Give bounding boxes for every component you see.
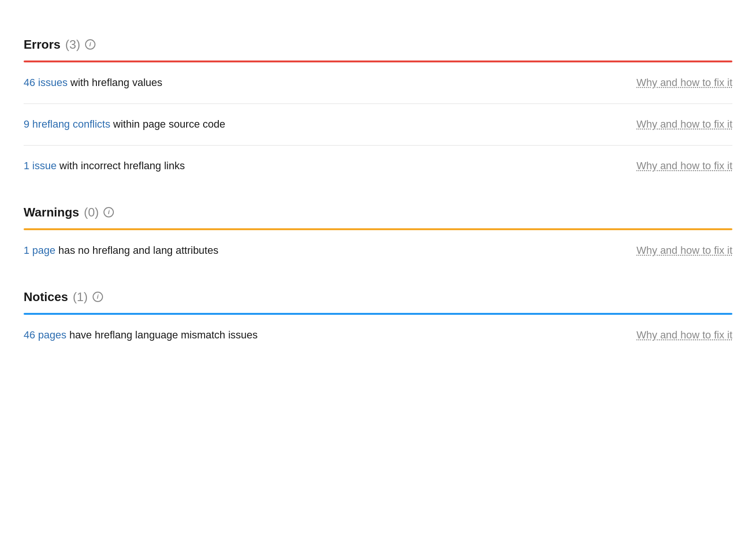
notices-list: 46 pages have hreflang language mismatch…: [24, 315, 732, 356]
errors-section-header: Errors (3) i: [24, 36, 732, 53]
errors-info-icon[interactable]: i: [85, 39, 95, 50]
table-row: 1 page has no hreflang and lang attribut…: [24, 230, 732, 271]
error-3-fix-link[interactable]: Why and how to fix it: [636, 159, 732, 173]
notices-info-icon[interactable]: i: [93, 292, 103, 302]
warning-1-fix-link[interactable]: Why and how to fix it: [636, 243, 732, 258]
notices-title: Notices: [24, 288, 68, 305]
table-row: 1 issue with incorrect hreflang links Wh…: [24, 146, 732, 187]
warnings-count: (0): [84, 204, 99, 221]
warnings-title: Warnings: [24, 204, 79, 221]
error-2-link[interactable]: 9 hreflang conflicts: [24, 118, 110, 130]
notice-1-fix-link[interactable]: Why and how to fix it: [636, 328, 732, 343]
error-1-description: with hreflang values: [68, 77, 163, 88]
notices-section-header: Notices (1) i: [24, 288, 732, 305]
notices-count: (1): [73, 288, 88, 305]
warning-1-link[interactable]: 1 page: [24, 244, 55, 256]
error-1-fix-link[interactable]: Why and how to fix it: [636, 76, 732, 90]
error-2-text: 9 hreflang conflicts within page source …: [24, 117, 629, 132]
notice-1-link[interactable]: 46 pages: [24, 329, 67, 341]
table-row: 46 issues with hreflang values Why and h…: [24, 62, 732, 104]
warnings-info-icon[interactable]: i: [103, 207, 114, 217]
table-row: 46 pages have hreflang language mismatch…: [24, 315, 732, 356]
error-3-description: with incorrect hreflang links: [57, 160, 185, 172]
error-1-text: 46 issues with hreflang values: [24, 76, 629, 90]
notice-1-text: 46 pages have hreflang language mismatch…: [24, 328, 629, 343]
error-3-text: 1 issue with incorrect hreflang links: [24, 159, 629, 173]
errors-count: (3): [65, 36, 80, 53]
error-2-fix-link[interactable]: Why and how to fix it: [636, 117, 732, 132]
warning-1-description: has no hreflang and lang attributes: [55, 244, 218, 256]
warning-1-text: 1 page has no hreflang and lang attribut…: [24, 243, 629, 258]
errors-list: 46 issues with hreflang values Why and h…: [24, 62, 732, 186]
error-1-link[interactable]: 46 issues: [24, 77, 68, 88]
error-2-description: within page source code: [110, 118, 225, 130]
warnings-section-header: Warnings (0) i: [24, 204, 732, 221]
notice-1-description: have hreflang language mismatch issues: [67, 329, 258, 341]
error-3-link[interactable]: 1 issue: [24, 160, 57, 172]
warnings-list: 1 page has no hreflang and lang attribut…: [24, 230, 732, 271]
table-row: 9 hreflang conflicts within page source …: [24, 104, 732, 146]
errors-title: Errors: [24, 36, 60, 53]
